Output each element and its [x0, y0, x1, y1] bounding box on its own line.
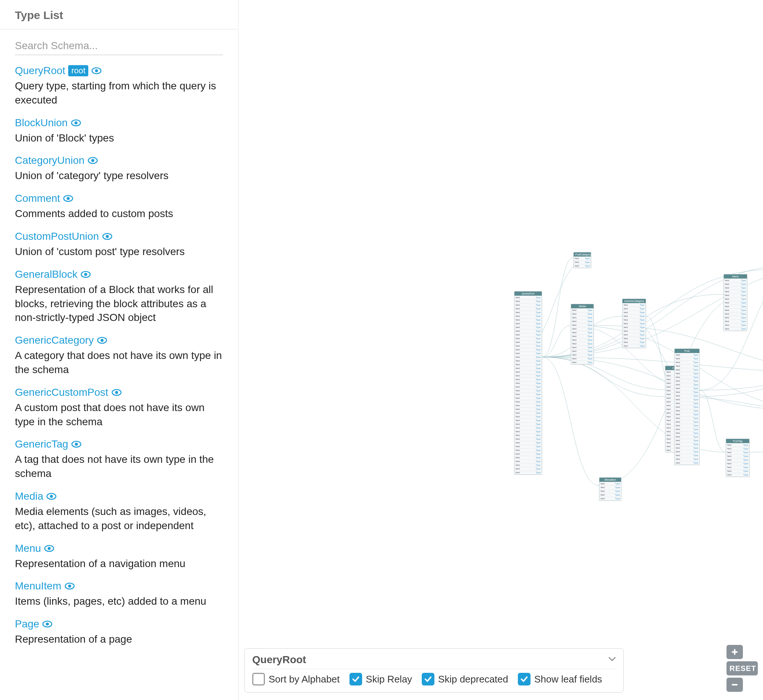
- graph-node-field: fieldType: [622, 322, 645, 325]
- panel-options: Sort by AlphabetSkip RelaySkip deprecate…: [252, 673, 616, 686]
- svg-point-25: [46, 623, 49, 625]
- graph-node-field: fieldType: [600, 493, 621, 497]
- graph-node-field: fieldType: [675, 453, 699, 457]
- type-link[interactable]: MenuItem: [15, 580, 61, 592]
- graph-node-field: fieldType: [724, 297, 747, 301]
- checkbox-checked-icon[interactable]: [422, 673, 434, 686]
- graph-node-field: fieldType: [726, 462, 749, 466]
- graph-node[interactable]: MediafieldTypefieldTypefieldTypefieldTyp…: [571, 304, 594, 364]
- graph-node-field: fieldType: [571, 334, 594, 338]
- zoom-out-button[interactable]: [727, 678, 743, 692]
- graph-node[interactable]: MenuItemfieldTypefieldTypefieldTypefield…: [599, 477, 621, 501]
- type-link[interactable]: CategoryUnion: [15, 155, 85, 166]
- graph-node-field: fieldType: [514, 459, 542, 463]
- graph-node-field: fieldType: [514, 325, 542, 329]
- graph-node-field: fieldType: [622, 325, 645, 329]
- eye-icon[interactable]: [102, 233, 113, 240]
- graph-node-field: fieldType: [571, 357, 594, 361]
- type-description: Union of 'custom post' type resolvers: [15, 245, 223, 259]
- type-link[interactable]: Comment: [15, 192, 60, 205]
- options-panel-toggle[interactable]: QueryRoot: [252, 654, 616, 669]
- svg-point-7: [67, 197, 70, 200]
- graph-node-field: fieldType: [675, 364, 699, 368]
- type-item: MenuItemItems (links, pages, etc) added …: [15, 580, 223, 608]
- graph-node-field: fieldType: [724, 308, 747, 312]
- panel-title: QueryRoot: [252, 654, 306, 666]
- graph-node-field: fieldType: [622, 318, 645, 322]
- option-checkbox[interactable]: Skip Relay: [349, 673, 412, 686]
- option-checkbox[interactable]: Sort by Alphabet: [252, 673, 340, 686]
- checkbox-checked-icon[interactable]: [518, 673, 531, 686]
- svg-point-11: [84, 273, 87, 276]
- type-link[interactable]: GeneralBlock: [15, 269, 77, 280]
- graph-node-field: fieldType: [726, 458, 749, 462]
- zoom-in-button[interactable]: [727, 645, 743, 659]
- type-link[interactable]: QueryRoot: [15, 65, 65, 77]
- type-item: GeneralBlockRepresentation of a Block th…: [15, 269, 223, 325]
- graph-node[interactable]: GenericCategoryfieldTypefieldTypefieldTy…: [622, 298, 646, 348]
- graph-node-field: fieldType: [571, 331, 594, 334]
- eye-icon[interactable]: [88, 157, 98, 164]
- type-item-head: BlockUnion: [15, 117, 223, 129]
- graph-node[interactable]: QueryRootfieldTypefieldTypefieldTypefiel…: [514, 291, 542, 475]
- graph-node-field: fieldType: [675, 446, 699, 450]
- graph-node-field: fieldType: [514, 411, 542, 415]
- type-link[interactable]: Page: [15, 618, 39, 630]
- type-link[interactable]: Media: [15, 491, 43, 502]
- graph-node-field: fieldType: [600, 486, 621, 489]
- graph-node[interactable]: PostTagfieldTypefieldTypefieldTypefieldT…: [726, 439, 750, 477]
- type-description: Union of 'category' type resolvers: [15, 169, 223, 183]
- graph-node-field: fieldType: [571, 319, 594, 323]
- graph-node-field: fieldType: [571, 345, 594, 349]
- eye-icon[interactable]: [44, 545, 55, 552]
- eye-icon[interactable]: [111, 389, 122, 396]
- type-list[interactable]: QueryRootrootQuery type, starting from w…: [0, 58, 238, 700]
- search-input[interactable]: [15, 37, 223, 55]
- checkbox-checked-icon[interactable]: [349, 673, 362, 686]
- graph-node[interactable]: PostCategoryfieldTypefieldTypefieldType: [573, 252, 591, 268]
- type-link[interactable]: BlockUnion: [15, 117, 68, 129]
- graph-node-field: fieldType: [571, 349, 594, 353]
- type-description: Comments added to custom posts: [15, 207, 223, 221]
- eye-icon[interactable]: [71, 441, 81, 448]
- checkbox-unchecked-icon[interactable]: [252, 673, 265, 686]
- graph-node[interactable]: MenufieldTypefieldTypefieldTypefieldType…: [724, 274, 747, 331]
- type-link[interactable]: GenericCategory: [15, 334, 94, 346]
- graph-node-field: fieldType: [724, 316, 747, 319]
- graph-node-field: fieldType: [675, 379, 699, 383]
- eye-icon[interactable]: [71, 119, 81, 127]
- type-description: A custom post that does not have its own…: [15, 401, 223, 429]
- root-badge: root: [68, 65, 88, 77]
- option-checkbox[interactable]: Skip deprecated: [422, 673, 508, 686]
- graph-node-field: fieldType: [514, 385, 542, 389]
- type-link[interactable]: Menu: [15, 542, 41, 555]
- graph-node[interactable]: PostfieldTypefieldTypefieldTypefieldType…: [674, 348, 700, 465]
- eye-icon[interactable]: [80, 271, 91, 278]
- type-description: Items (links, pages, etc) added to a men…: [15, 594, 223, 608]
- graph-node-field: fieldType: [675, 427, 699, 431]
- type-link[interactable]: CustomPostUnion: [15, 230, 99, 242]
- type-link[interactable]: GenericTag: [15, 438, 68, 450]
- eye-icon[interactable]: [63, 195, 74, 202]
- type-link[interactable]: GenericCustomPost: [15, 386, 108, 398]
- graph-node-field: fieldType: [726, 469, 749, 473]
- eye-icon[interactable]: [97, 337, 107, 344]
- graph-edge: [750, 452, 763, 452]
- graph-node-field: fieldType: [675, 461, 699, 465]
- eye-icon[interactable]: [64, 582, 75, 590]
- type-description: Representation of a Block that works for…: [15, 283, 223, 325]
- chevron-down-icon: [608, 656, 616, 663]
- graph-node-field: fieldType: [675, 383, 699, 386]
- svg-point-13: [100, 339, 103, 342]
- graph-node-field: fieldType: [675, 457, 699, 461]
- eye-icon[interactable]: [42, 620, 53, 628]
- eye-icon[interactable]: [46, 492, 56, 500]
- option-label: Skip Relay: [366, 673, 412, 685]
- option-checkbox[interactable]: Show leaf fields: [518, 673, 602, 686]
- graph-canvas[interactable]: QueryRootfieldTypefieldTypefieldTypefiel…: [238, 0, 763, 700]
- reset-button[interactable]: RESET: [727, 661, 758, 675]
- graph-node-field: fieldType: [514, 392, 542, 396]
- graph-node-field: fieldType: [724, 312, 747, 316]
- eye-icon[interactable]: [91, 67, 102, 75]
- graph-node-field: fieldType: [622, 333, 645, 337]
